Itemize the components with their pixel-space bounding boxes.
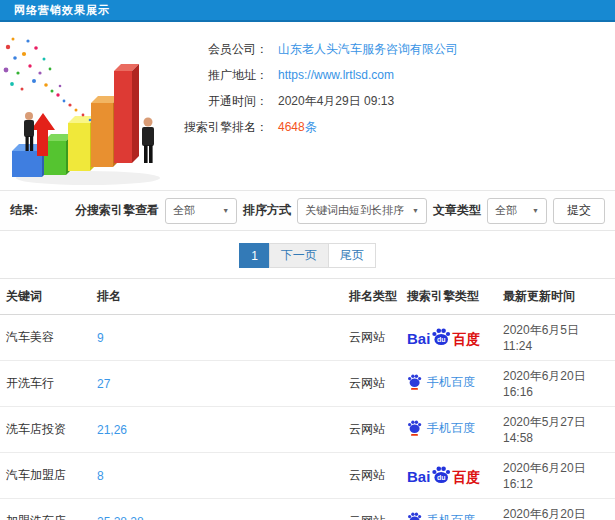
page-1-button[interactable]: 1 xyxy=(239,243,270,268)
titlebar: 网络营销效果展示 xyxy=(0,0,615,22)
baidu-logo: Bai du 百度 xyxy=(407,466,480,484)
rank-link[interactable]: 21,26 xyxy=(97,423,127,437)
baidu-paw-du-text: du xyxy=(437,474,446,481)
baidu-logo: Bai du 百度 xyxy=(407,328,480,346)
rank-type-cell: 云网站 xyxy=(345,499,403,520)
col-header-rank-type: 排名类型 xyxy=(345,279,403,315)
engine-filter-select[interactable]: 全部 ▼ xyxy=(165,198,237,224)
table-row: 开洗车行 27 云网站 手机百度 2020年6月20日 16: xyxy=(0,361,615,407)
updated-cell: 2020年5月27日 14:58 xyxy=(499,407,615,453)
results-table: 关键词 排名 排名类型 搜索引擎类型 最新更新时间 汽车美容 9 云网站 Bai xyxy=(0,278,615,520)
info-row-open-time: 开通时间： 2020年4月29日 09:13 xyxy=(168,88,615,114)
mobile-baidu-paw-icon xyxy=(407,374,422,390)
rank-type-cell: 云网站 xyxy=(345,407,403,453)
member-info: 会员公司： 山东老人头汽车服务咨询有限公司 推广地址： https://www.… xyxy=(168,28,615,190)
last-page-button[interactable]: 尾页 xyxy=(328,243,376,268)
col-header-rank: 排名 xyxy=(93,279,345,315)
table-row: 汽车美容 9 云网站 Bai du 百度 2 xyxy=(0,315,615,361)
mobile-baidu: 手机百度 xyxy=(407,512,475,520)
mobile-baidu-label: 手机百度 xyxy=(427,374,475,391)
sort-select[interactable]: 关键词由短到长排序 ▼ xyxy=(297,198,427,224)
company-label: 会员公司： xyxy=(168,41,268,58)
baidu-logo-bai-text: Bai xyxy=(407,469,430,484)
rank-link[interactable]: 9 xyxy=(97,331,104,345)
result-label: 结果: xyxy=(10,202,38,219)
updated-cell: 2020年6月5日 11:24 xyxy=(499,315,615,361)
mobile-baidu: 手机百度 xyxy=(407,420,475,437)
keyword-cell: 加盟洗车店 xyxy=(0,499,93,520)
info-row-engine-rank: 搜索引擎排名： 4648条 xyxy=(168,114,615,140)
mobile-baidu-label: 手机百度 xyxy=(427,420,475,437)
businessman-right-figure xyxy=(142,118,154,164)
mobile-baidu-label: 手机百度 xyxy=(427,512,475,520)
updated-cell: 2020年6月20日 16:12 xyxy=(499,453,615,499)
baidu-logo-cn-text: 百度 xyxy=(452,332,480,346)
rank-link[interactable]: 8 xyxy=(97,469,104,483)
page-title: 网络营销效果展示 xyxy=(14,3,110,18)
open-time-value: 2020年4月29日 09:13 xyxy=(278,93,394,110)
top-section: 会员公司： 山东老人头汽车服务咨询有限公司 推广地址： https://www.… xyxy=(0,22,615,190)
rank-type-cell: 云网站 xyxy=(345,315,403,361)
mobile-baidu-paw-icon xyxy=(407,512,422,520)
pagination: 1 下一页 尾页 xyxy=(0,231,615,278)
rank-link[interactable]: 25,28,28 xyxy=(97,515,144,520)
keyword-cell: 开洗车行 xyxy=(0,361,93,407)
engine-filter-label: 分搜索引擎查看 xyxy=(75,202,159,219)
promo-url-label: 推广地址： xyxy=(168,67,268,84)
baidu-logo-bai-text: Bai xyxy=(407,331,430,346)
rank-type-cell: 云网站 xyxy=(345,453,403,499)
updated-cell: 2020年6月20日 16:16 xyxy=(499,361,615,407)
keyword-cell: 汽车美容 xyxy=(0,315,93,361)
table-row: 洗车店投资 21,26 云网站 手机百度 2020年5月27日 xyxy=(0,407,615,453)
results-table-header: 关键词 排名 排名类型 搜索引擎类型 最新更新时间 xyxy=(0,279,615,315)
info-row-company: 会员公司： 山东老人头汽车服务咨询有限公司 xyxy=(168,36,615,62)
filter-group: 分搜索引擎查看 全部 ▼ 排序方式 关键词由短到长排序 ▼ 文章类型 全部 ▼ … xyxy=(75,198,605,224)
rank-type-cell: 云网站 xyxy=(345,361,403,407)
rank-link[interactable]: 27 xyxy=(97,377,110,391)
bar-chart-growth-image xyxy=(0,28,168,188)
next-page-button[interactable]: 下一页 xyxy=(269,243,329,268)
growth-chart-illustration xyxy=(0,28,168,188)
engine-filter-value: 全部 xyxy=(173,203,195,218)
filter-bar: 结果: 分搜索引擎查看 全部 ▼ 排序方式 关键词由短到长排序 ▼ 文章类型 全… xyxy=(0,190,615,231)
info-row-url: 推广地址： https://www.lrtlsd.com xyxy=(168,62,615,88)
page: 网络营销效果展示 xyxy=(0,0,615,520)
baidu-logo-cn-text: 百度 xyxy=(452,470,480,484)
baidu-paw-icon: du xyxy=(431,466,451,484)
baidu-paw-du-text: du xyxy=(437,336,446,343)
chevron-down-icon: ▼ xyxy=(412,207,419,214)
engine-rank-unit[interactable]: 条 xyxy=(305,119,317,136)
keyword-cell: 洗车店投资 xyxy=(0,407,93,453)
keyword-cell: 汽车加盟店 xyxy=(0,453,93,499)
results-table-body: 汽车美容 9 云网站 Bai du 百度 2 xyxy=(0,315,615,520)
sort-value: 关键词由短到长排序 xyxy=(305,203,404,218)
updated-cell: 2020年6月20日 16:11 xyxy=(499,499,615,520)
open-time-label: 开通时间： xyxy=(168,93,268,110)
chevron-down-icon: ▼ xyxy=(532,207,539,214)
mobile-baidu-paw-icon xyxy=(407,420,422,436)
table-row: 汽车加盟店 8 云网站 Bai du 百度 xyxy=(0,453,615,499)
article-type-value: 全部 xyxy=(495,203,517,218)
article-type-select[interactable]: 全部 ▼ xyxy=(487,198,547,224)
submit-button[interactable]: 提交 xyxy=(553,198,605,224)
sort-label: 排序方式 xyxy=(243,202,291,219)
col-header-engine-type: 搜索引擎类型 xyxy=(403,279,499,315)
article-type-label: 文章类型 xyxy=(433,202,481,219)
mobile-baidu: 手机百度 xyxy=(407,374,475,391)
engine-rank-label: 搜索引擎排名： xyxy=(168,119,268,136)
engine-rank-count: 4648 xyxy=(278,120,305,134)
baidu-paw-icon: du xyxy=(431,328,451,346)
table-row: 加盟洗车店 25,28,28 云网站 手机百度 2020年6月 xyxy=(0,499,615,520)
col-header-updated: 最新更新时间 xyxy=(499,279,615,315)
chevron-down-icon: ▼ xyxy=(222,207,229,214)
promo-url-link[interactable]: https://www.lrtlsd.com xyxy=(278,68,394,82)
company-link[interactable]: 山东老人头汽车服务咨询有限公司 xyxy=(278,41,458,58)
col-header-keyword: 关键词 xyxy=(0,279,93,315)
